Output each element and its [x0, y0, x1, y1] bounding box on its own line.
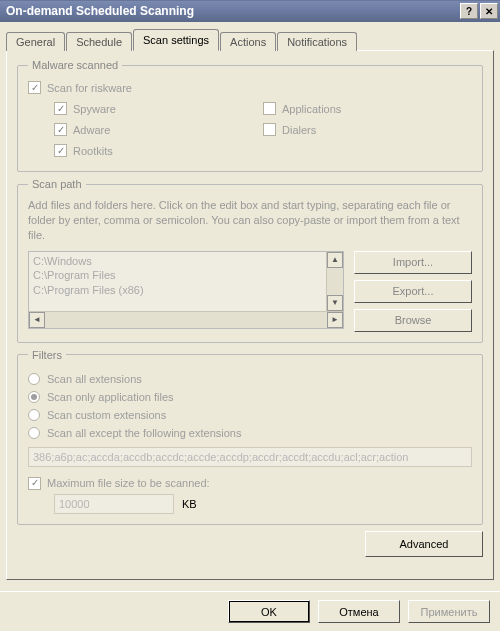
opt-custom-label: Scan custom extensions [47, 409, 166, 421]
list-item: C:\Windows [33, 254, 322, 269]
tab-schedule[interactable]: Schedule [66, 32, 132, 51]
dialers-row: Dialers [263, 123, 472, 136]
adware-label: Adware [73, 124, 110, 136]
tab-general[interactable]: General [6, 32, 65, 51]
adware-row: Adware [54, 123, 263, 136]
size-row: KB [54, 494, 472, 514]
maxsize-row: Maximum file size to be scanned: [28, 477, 472, 490]
spyware-label: Spyware [73, 103, 116, 115]
advanced-row: Advanced [17, 531, 483, 557]
export-button[interactable]: Export... [354, 280, 472, 303]
riskware-row: Scan for riskware [28, 81, 472, 94]
close-button[interactable]: ✕ [480, 3, 498, 19]
dialers-label: Dialers [282, 124, 316, 136]
opt-except-label: Scan all except the following extensions [47, 427, 241, 439]
scroll-down-icon[interactable]: ▼ [327, 295, 343, 311]
opt-custom-row: Scan custom extensions [28, 409, 472, 421]
adware-checkbox[interactable] [54, 123, 67, 136]
scroll-right-icon[interactable]: ► [327, 312, 343, 328]
tab-panel-scan-settings: Malware scanned Scan for riskware Spywar… [6, 50, 494, 580]
spyware-checkbox[interactable] [54, 102, 67, 115]
opt-apps-row: Scan only application files [28, 391, 472, 403]
opt-apps-radio[interactable] [28, 391, 40, 403]
horizontal-scrollbar[interactable]: ◄ ► [29, 311, 343, 328]
malware-legend: Malware scanned [28, 59, 122, 71]
opt-custom-radio[interactable] [28, 409, 40, 421]
dialog-body: General Schedule Scan settings Actions N… [0, 22, 500, 631]
scroll-up-icon[interactable]: ▲ [327, 252, 343, 268]
tab-strip: General Schedule Scan settings Actions N… [6, 28, 494, 50]
scanpath-hint: Add files and folders here. Click on the… [28, 198, 472, 243]
malware-group: Malware scanned Scan for riskware Spywar… [17, 59, 483, 172]
apply-button[interactable]: Применить [408, 600, 490, 623]
tab-scan-settings[interactable]: Scan settings [133, 29, 219, 51]
maxsize-checkbox[interactable] [28, 477, 41, 490]
opt-except-row: Scan all except the following extensions [28, 427, 472, 439]
titlebar-buttons: ? ✕ [460, 3, 498, 19]
spyware-row: Spyware [54, 102, 263, 115]
applications-label: Applications [282, 103, 341, 115]
opt-all-label: Scan all extensions [47, 373, 142, 385]
filters-legend: Filters [28, 349, 66, 361]
malware-subgrid: Spyware Applications Adware Dialers Root… [54, 98, 472, 161]
tab-notifications[interactable]: Notifications [277, 32, 357, 51]
rootkits-label: Rootkits [73, 145, 113, 157]
vertical-scrollbar[interactable]: ▲ ▼ [326, 252, 343, 311]
dialog-footer: OK Отмена Применить [0, 591, 500, 631]
dialers-checkbox[interactable] [263, 123, 276, 136]
window-title: On-demand Scheduled Scanning [6, 4, 460, 18]
size-input[interactable] [54, 494, 174, 514]
list-item: C:\Program Files [33, 268, 322, 283]
size-unit: KB [182, 498, 197, 510]
import-button[interactable]: Import... [354, 251, 472, 274]
tab-actions[interactable]: Actions [220, 32, 276, 51]
opt-apps-label: Scan only application files [47, 391, 174, 403]
titlebar: On-demand Scheduled Scanning ? ✕ [0, 0, 500, 22]
browse-button[interactable]: Browse [354, 309, 472, 332]
opt-all-radio[interactable] [28, 373, 40, 385]
scanpath-group: Scan path Add files and folders here. Cl… [17, 178, 483, 343]
filters-group: Filters Scan all extensions Scan only ap… [17, 349, 483, 525]
riskware-label: Scan for riskware [47, 82, 132, 94]
extensions-input[interactable] [28, 447, 472, 467]
rootkits-row: Rootkits [54, 144, 263, 157]
rootkits-checkbox[interactable] [54, 144, 67, 157]
scanpath-buttons: Import... Export... Browse [354, 251, 472, 332]
riskware-checkbox[interactable] [28, 81, 41, 94]
applications-row: Applications [263, 102, 472, 115]
list-item: C:\Program Files (x86) [33, 283, 322, 298]
advanced-button[interactable]: Advanced [365, 531, 483, 557]
scanpath-legend: Scan path [28, 178, 86, 190]
path-list-content: C:\Windows C:\Program Files C:\Program F… [29, 252, 326, 311]
maxsize-label: Maximum file size to be scanned: [47, 477, 210, 489]
scroll-left-icon[interactable]: ◄ [29, 312, 45, 328]
opt-except-radio[interactable] [28, 427, 40, 439]
cancel-button[interactable]: Отмена [318, 600, 400, 623]
applications-checkbox[interactable] [263, 102, 276, 115]
opt-all-row: Scan all extensions [28, 373, 472, 385]
path-listbox[interactable]: C:\Windows C:\Program Files C:\Program F… [28, 251, 344, 329]
ok-button[interactable]: OK [228, 600, 310, 623]
help-button[interactable]: ? [460, 3, 478, 19]
scanpath-row: C:\Windows C:\Program Files C:\Program F… [28, 251, 472, 332]
